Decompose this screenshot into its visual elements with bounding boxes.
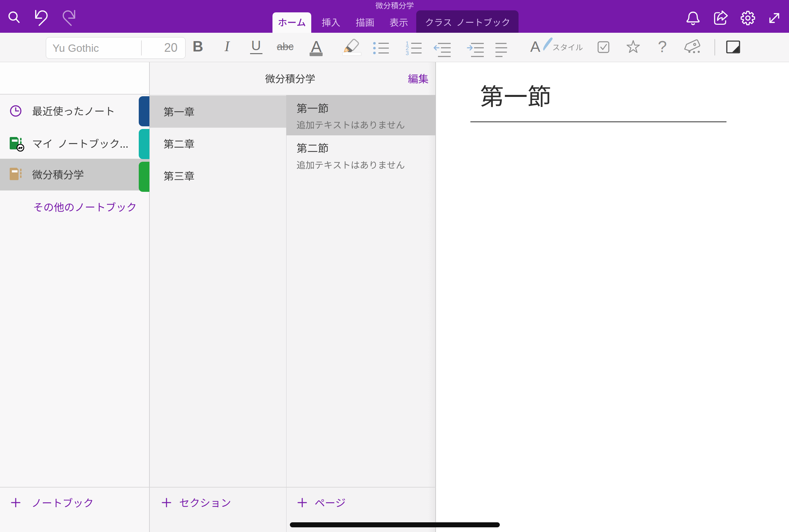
svg-text:3: 3 — [406, 50, 409, 56]
